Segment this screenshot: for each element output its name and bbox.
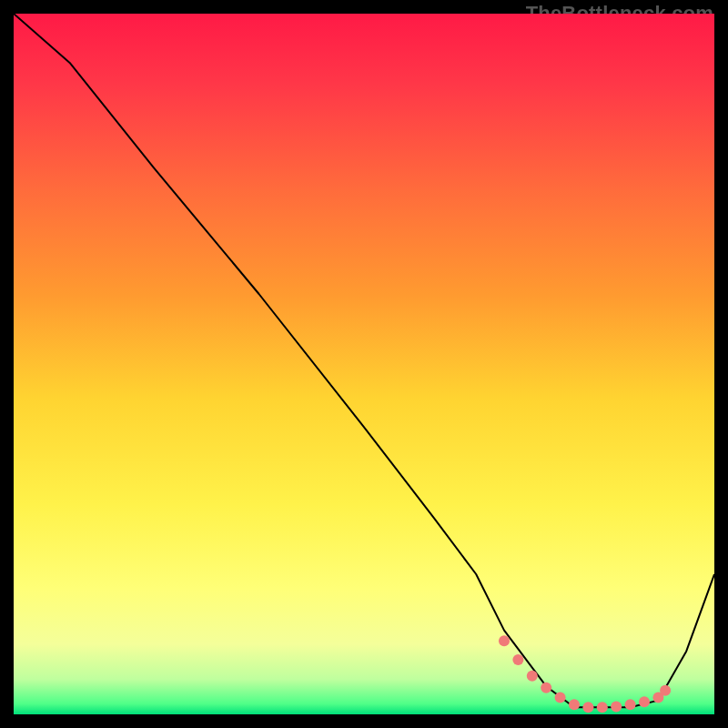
valley-dot [582,702,593,713]
valley-dot [660,685,671,696]
valley-dot [555,693,566,703]
valley-dot [527,671,538,682]
gradient-background [14,14,714,714]
valley-dot [541,682,551,693]
valley-dot [611,702,622,713]
valley-dot [569,699,580,710]
valley-dot [597,702,608,713]
valley-dot [625,699,636,710]
chart-stage: TheBottleneck.com [0,0,728,728]
valley-dot [639,696,650,707]
valley-dot [499,635,510,646]
plot-svg [14,14,714,714]
plot-area [14,14,714,714]
valley-dot [512,654,523,665]
